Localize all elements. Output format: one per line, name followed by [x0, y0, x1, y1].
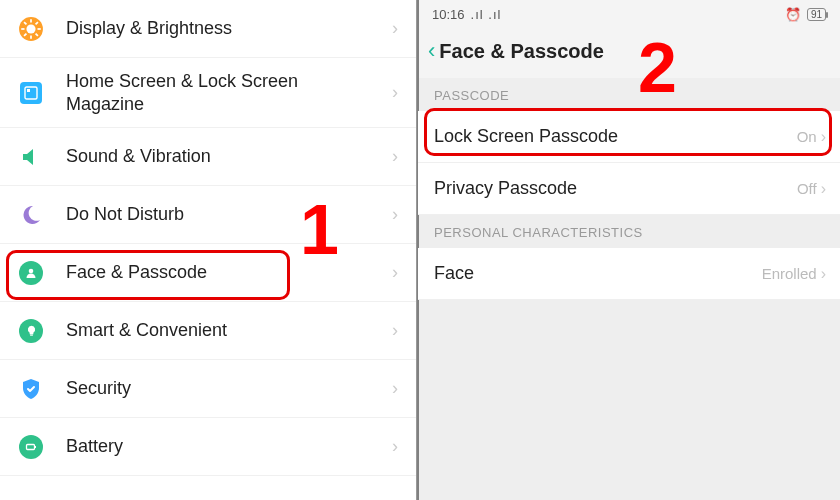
svg-point-12 [29, 268, 34, 273]
row-security[interactable]: Security › [0, 360, 416, 418]
chevron-right-icon: › [392, 262, 398, 283]
row-value: Off [797, 180, 817, 197]
speaker-icon [18, 144, 44, 170]
status-bar: 10:16 .ıl .ıl ⏰ 91 [418, 0, 840, 28]
sun-icon [18, 16, 44, 42]
row-value: Enrolled [762, 265, 817, 282]
svg-rect-11 [27, 89, 30, 92]
chevron-right-icon: › [392, 204, 398, 225]
row-label: Sound & Vibration [66, 145, 384, 168]
svg-rect-14 [27, 444, 35, 449]
svg-point-1 [26, 24, 35, 33]
svg-rect-15 [35, 446, 36, 448]
chevron-right-icon: › [392, 320, 398, 341]
row-battery[interactable]: Battery › [0, 418, 416, 476]
svg-rect-13 [30, 334, 33, 335]
page-title: Face & Passcode [439, 40, 604, 63]
row-lock-screen-passcode[interactable]: Lock Screen Passcode On › [418, 111, 840, 163]
row-value: On [797, 128, 817, 145]
chevron-right-icon: › [392, 146, 398, 167]
row-label: Do Not Disturb [66, 203, 384, 226]
battery-icon [18, 434, 44, 460]
row-label: Face [434, 263, 762, 284]
chevron-right-icon: › [821, 180, 826, 198]
section-personal: PERSONAL CHARACTERISTICS [418, 215, 840, 248]
nav-header: ‹ Face & Passcode [418, 28, 840, 78]
chevron-right-icon: › [392, 18, 398, 39]
row-privacy-passcode[interactable]: Privacy Passcode Off › [418, 163, 840, 215]
row-face-passcode[interactable]: Face & Passcode › [0, 244, 416, 302]
svg-rect-10 [25, 87, 37, 99]
settings-list: Display & Brightness › Home Screen & Loc… [0, 0, 416, 476]
back-button[interactable]: ‹ [428, 38, 435, 64]
row-do-not-disturb[interactable]: Do Not Disturb › [0, 186, 416, 244]
section-passcode: PASSCODE [418, 78, 840, 111]
row-label: Home Screen & Lock Screen Magazine [66, 70, 384, 115]
row-smart-convenient[interactable]: Smart & Convenient › [0, 302, 416, 360]
status-time: 10:16 [432, 7, 465, 22]
chevron-right-icon: › [392, 82, 398, 103]
home-screen-icon [18, 80, 44, 106]
row-home-lock-magazine[interactable]: Home Screen & Lock Screen Magazine › [0, 58, 416, 128]
battery-indicator: 91 [807, 8, 826, 21]
tutorial-composite: Display & Brightness › Home Screen & Loc… [0, 0, 840, 500]
chevron-right-icon: › [392, 436, 398, 457]
chevron-right-icon: › [821, 128, 826, 146]
chevron-right-icon: › [821, 265, 826, 283]
chevron-right-icon: › [392, 378, 398, 399]
row-label: Display & Brightness [66, 17, 384, 40]
row-label: Lock Screen Passcode [434, 126, 797, 147]
shield-icon [18, 376, 44, 402]
moon-icon [18, 202, 44, 228]
row-face[interactable]: Face Enrolled › [418, 248, 840, 300]
face-passcode-pane: 10:16 .ıl .ıl ⏰ 91 ‹ Face & Passcode PAS… [418, 0, 840, 500]
row-sound-vibration[interactable]: Sound & Vibration › [0, 128, 416, 186]
face-icon [18, 260, 44, 286]
row-label: Face & Passcode [66, 261, 384, 284]
row-label: Privacy Passcode [434, 178, 797, 199]
row-label: Smart & Convenient [66, 319, 384, 342]
row-label: Battery [66, 435, 384, 458]
alarm-icon: ⏰ [785, 7, 801, 22]
bulb-icon [18, 318, 44, 344]
battery-pct: 91 [811, 9, 822, 20]
signal-icon: .ıl .ıl [471, 7, 502, 22]
row-label: Security [66, 377, 384, 400]
row-display-brightness[interactable]: Display & Brightness › [0, 0, 416, 58]
settings-list-pane: Display & Brightness › Home Screen & Loc… [0, 0, 418, 500]
